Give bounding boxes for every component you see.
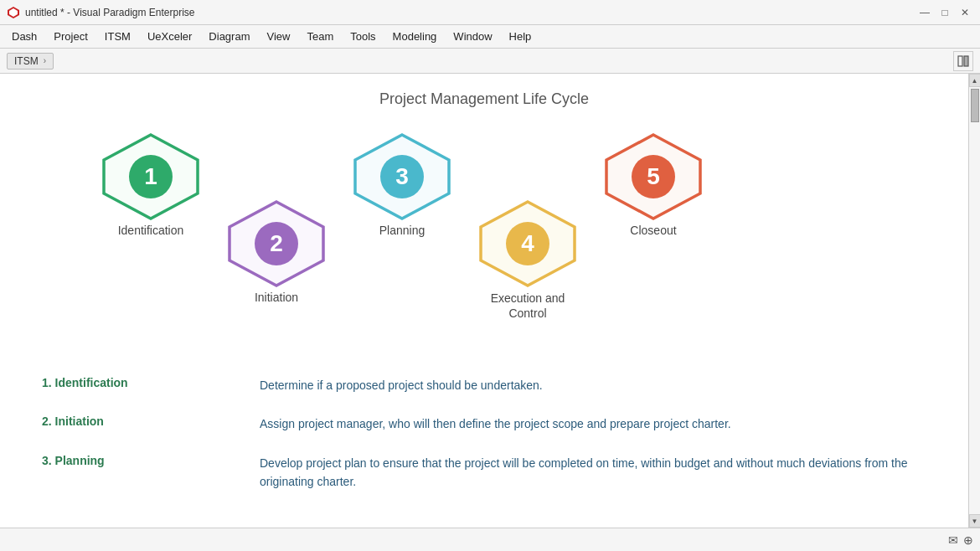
toolbar: ITSM › — [0, 49, 980, 74]
hexagon-2: 2 — [226, 200, 327, 287]
diagram-title: Project Management Life Cycle — [25, 90, 943, 108]
menu-item-diagram[interactable]: Diagram — [200, 27, 258, 46]
hex-2-label: Initiation — [255, 291, 298, 304]
hex-2-circle: 2 — [255, 222, 298, 265]
main-area: Project Management Life Cycle 1 Identifi… — [0, 74, 980, 528]
details-section: 1. Identification Determine if a propose… — [25, 376, 943, 492]
scroll-up-arrow[interactable]: ▲ — [969, 74, 981, 87]
hex-2[interactable]: 2 Initiation — [226, 200, 327, 304]
hex-5-circle: 5 — [632, 155, 675, 198]
menu-item-project[interactable]: Project — [45, 27, 95, 46]
hex-5[interactable]: 5 Closeout — [603, 133, 704, 237]
breadcrumb-itsm[interactable]: ITSM › — [7, 53, 54, 70]
hexagon-5: 5 — [603, 133, 704, 220]
status-bar: ✉ ⊕ — [0, 528, 980, 551]
svg-rect-2 — [958, 56, 962, 66]
hex-4-label: Execution andControl — [491, 291, 565, 321]
menu-item-window[interactable]: Window — [445, 27, 500, 46]
mail-icon[interactable]: ✉ — [948, 533, 958, 547]
detail-1-label: 1. Identification — [42, 376, 260, 389]
menu-item-uexceler[interactable]: UeXceler — [139, 27, 200, 46]
detail-item-2: 2. Initiation Assign project manager, wh… — [42, 415, 926, 433]
plus-icon[interactable]: ⊕ — [963, 533, 973, 547]
detail-item-1: 1. Identification Determine if a propose… — [42, 376, 926, 394]
detail-2-label: 2. Initiation — [42, 415, 260, 428]
scroll-track[interactable] — [969, 87, 980, 514]
menu-item-dash[interactable]: Dash — [3, 27, 45, 46]
hex-3-circle: 3 — [380, 155, 424, 198]
menu-item-tools[interactable]: Tools — [342, 27, 384, 46]
title-bar: untitled * - Visual Paradigm Enterprise … — [0, 0, 980, 25]
hex-5-label: Closeout — [630, 224, 676, 237]
toolbar-right — [953, 51, 973, 71]
title-bar-left: untitled * - Visual Paradigm Enterprise — [7, 6, 195, 19]
detail-1-desc: Determine if a proposed project should b… — [260, 376, 926, 394]
title-bar-buttons: — □ ✕ — [916, 4, 973, 21]
panel-icon — [957, 55, 969, 67]
hexagon-4: 4 — [477, 200, 578, 287]
status-bar-right: ✉ ⊕ — [948, 533, 973, 547]
maximize-button[interactable]: □ — [936, 4, 953, 21]
detail-3-label: 3. Planning — [42, 454, 260, 467]
detail-item-3: 3. Planning Develop project plan to ensu… — [42, 454, 926, 492]
menu-item-help[interactable]: Help — [501, 27, 540, 46]
hex-3-label: Planning — [379, 224, 426, 237]
hexagon-1: 1 — [101, 133, 201, 220]
menu-bar: DashProjectITSMUeXcelerDiagramViewTeamTo… — [0, 25, 980, 49]
hex-diagram: 1 Identification 2 Initiation — [25, 125, 943, 351]
panel-toggle-button[interactable] — [953, 51, 973, 71]
hex-4-circle: 4 — [506, 222, 549, 265]
detail-2-desc: Assign project manager, who will then de… — [260, 415, 926, 433]
svg-rect-3 — [964, 56, 968, 66]
scroll-thumb[interactable] — [971, 89, 979, 122]
hex-1[interactable]: 1 Identification — [101, 133, 201, 237]
hex-1-label: Identification — [118, 224, 184, 237]
breadcrumb-arrow: › — [44, 56, 46, 65]
hexagon-3: 3 — [352, 133, 452, 220]
hex-4[interactable]: 4 Execution andControl — [477, 200, 578, 321]
menu-item-itsm[interactable]: ITSM — [96, 27, 139, 46]
content-panel: Project Management Life Cycle 1 Identifi… — [0, 74, 968, 528]
hex-3[interactable]: 3 Planning — [352, 133, 452, 237]
menu-item-modeling[interactable]: Modeling — [384, 27, 446, 46]
menu-item-team[interactable]: Team — [298, 27, 342, 46]
menu-item-view[interactable]: View — [258, 27, 298, 46]
right-scrollbar: ▲ ▼ — [968, 74, 980, 528]
close-button[interactable]: ✕ — [957, 4, 973, 21]
minimize-button[interactable]: — — [916, 4, 933, 21]
hex-1-circle: 1 — [129, 155, 173, 198]
app-icon — [7, 6, 20, 19]
scroll-down-arrow[interactable]: ▼ — [969, 514, 981, 528]
detail-3-desc: Develop project plan to ensure that the … — [260, 454, 926, 492]
window-title: untitled * - Visual Paradigm Enterprise — [25, 7, 195, 18]
